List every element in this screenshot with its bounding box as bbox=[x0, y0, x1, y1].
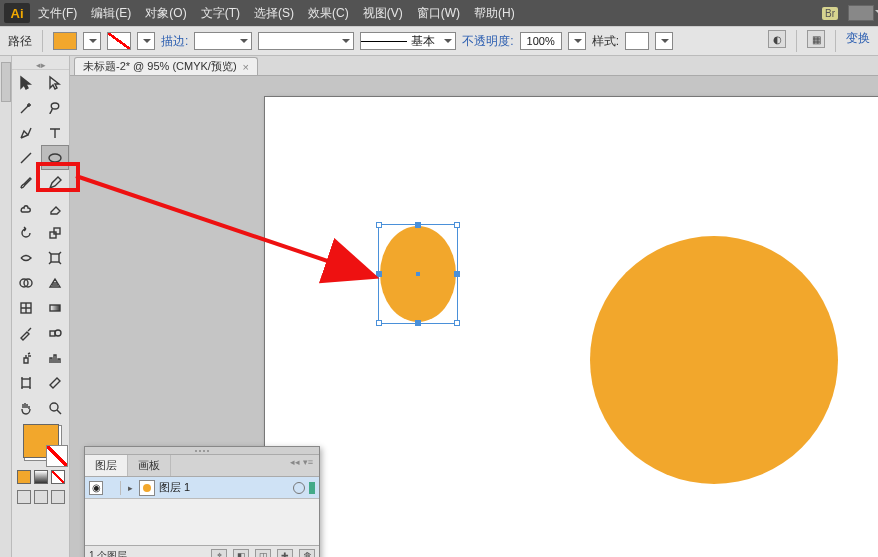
transform-link[interactable]: 变换 bbox=[846, 30, 870, 52]
new-sublayer-button[interactable]: ◫ bbox=[255, 549, 271, 558]
blob-brush-tool[interactable] bbox=[12, 195, 41, 220]
menu-type[interactable]: 文字(T) bbox=[201, 5, 240, 22]
graphic-style-dropdown[interactable] bbox=[655, 32, 673, 50]
menu-edit[interactable]: 编辑(E) bbox=[91, 5, 131, 22]
variable-width-profile-dropdown[interactable] bbox=[258, 32, 354, 50]
menu-effect[interactable]: 效果(C) bbox=[308, 5, 349, 22]
canvas-area[interactable]: 图层 画板 ◂◂ ▾≡ ◉ ▸ 图层 1 1 个图层 ⌖ bbox=[70, 76, 878, 557]
layers-panel[interactable]: 图层 画板 ◂◂ ▾≡ ◉ ▸ 图层 1 1 个图层 ⌖ bbox=[84, 446, 320, 557]
target-icon[interactable] bbox=[293, 482, 305, 494]
menu-file[interactable]: 文件(F) bbox=[38, 5, 77, 22]
eyedropper-tool[interactable] bbox=[12, 320, 41, 345]
ellipse-tool[interactable] bbox=[41, 145, 70, 170]
selection-tool[interactable] bbox=[12, 70, 41, 95]
graphic-style-swatch[interactable] bbox=[625, 32, 649, 50]
new-layer-button[interactable]: ✚ bbox=[277, 549, 293, 558]
stroke-color-dropdown[interactable] bbox=[137, 32, 155, 50]
center-point[interactable] bbox=[416, 272, 420, 276]
stroke-color-swatch[interactable] bbox=[107, 32, 131, 50]
lasso-icon bbox=[47, 100, 63, 116]
draw-behind-button[interactable] bbox=[34, 490, 48, 504]
delete-layer-button[interactable]: 🗑 bbox=[299, 549, 315, 558]
align-button[interactable]: ▦ bbox=[807, 30, 825, 48]
brush-definition-dropdown[interactable]: 基本 bbox=[360, 32, 456, 50]
menu-view[interactable]: 视图(V) bbox=[363, 5, 403, 22]
menu-object[interactable]: 对象(O) bbox=[145, 5, 186, 22]
stroke-label-link[interactable]: 描边: bbox=[161, 33, 188, 50]
draw-normal-button[interactable] bbox=[17, 490, 31, 504]
zoom-icon bbox=[47, 400, 63, 416]
anchor-bottom[interactable] bbox=[416, 320, 421, 325]
fill-color-dropdown[interactable] bbox=[83, 32, 101, 50]
perspective-grid-tool[interactable] bbox=[41, 270, 70, 295]
gradient-tool[interactable] bbox=[41, 295, 70, 320]
direct-selection-tool[interactable] bbox=[41, 70, 70, 95]
slice-tool[interactable] bbox=[41, 370, 70, 395]
pen-tool[interactable] bbox=[12, 120, 41, 145]
width-tool[interactable] bbox=[12, 245, 41, 270]
gradient-mode-button[interactable] bbox=[34, 470, 48, 484]
color-mode-button[interactable] bbox=[17, 470, 31, 484]
tools-collapse-toggle[interactable]: ◂▸ bbox=[12, 60, 69, 70]
stroke-swatch-large[interactable] bbox=[46, 445, 68, 467]
shape-builder-tool[interactable] bbox=[12, 270, 41, 295]
line-segment-tool[interactable] bbox=[12, 145, 41, 170]
fill-swatch-large[interactable] bbox=[23, 424, 59, 458]
selection-indicator[interactable] bbox=[309, 482, 315, 494]
hand-tool[interactable] bbox=[12, 395, 41, 420]
menu-help[interactable]: 帮助(H) bbox=[474, 5, 515, 22]
tab-artboards[interactable]: 画板 bbox=[128, 455, 171, 476]
none-mode-button[interactable] bbox=[51, 470, 65, 484]
layers-empty-area bbox=[85, 499, 319, 545]
visibility-toggle-icon[interactable]: ◉ bbox=[89, 481, 103, 495]
fill-color-swatch[interactable] bbox=[53, 32, 77, 50]
anchor-left[interactable] bbox=[377, 272, 382, 277]
rotate-tool[interactable] bbox=[12, 220, 41, 245]
panel-menu-button[interactable]: ◂◂ ▾≡ bbox=[284, 455, 319, 476]
lasso-tool[interactable] bbox=[41, 95, 70, 120]
large-circle-object[interactable] bbox=[590, 236, 838, 484]
free-transform-tool[interactable] bbox=[41, 245, 70, 270]
artboard-tool[interactable] bbox=[12, 370, 41, 395]
anchor-right[interactable] bbox=[454, 272, 459, 277]
resize-handle-bottom-left[interactable] bbox=[376, 320, 382, 326]
collapsed-panel-tab[interactable] bbox=[1, 62, 11, 102]
paintbrush-tool[interactable] bbox=[12, 170, 41, 195]
layer-name[interactable]: 图层 1 bbox=[159, 480, 289, 495]
mesh-tool[interactable] bbox=[12, 295, 41, 320]
bridge-button[interactable]: Br bbox=[822, 7, 838, 20]
symbol-sprayer-tool[interactable] bbox=[12, 345, 41, 370]
make-clipping-mask-button[interactable]: ◧ bbox=[233, 549, 249, 558]
blend-tool[interactable] bbox=[41, 320, 70, 345]
menu-select[interactable]: 选择(S) bbox=[254, 5, 294, 22]
recolor-artwork-button[interactable]: ◐ bbox=[768, 30, 786, 48]
lock-toggle[interactable] bbox=[107, 481, 121, 495]
resize-handle-bottom-right[interactable] bbox=[454, 320, 460, 326]
opacity-dropdown[interactable] bbox=[568, 32, 586, 50]
arrange-documents-button[interactable] bbox=[848, 5, 874, 21]
document-tab[interactable]: 未标题-2* @ 95% (CMYK/预览) × bbox=[74, 57, 258, 75]
draw-inside-button[interactable] bbox=[51, 490, 65, 504]
stroke-weight-input[interactable] bbox=[194, 32, 252, 50]
menu-window[interactable]: 窗口(W) bbox=[417, 5, 460, 22]
resize-handle-top-right[interactable] bbox=[454, 222, 460, 228]
eraser-tool[interactable] bbox=[41, 195, 70, 220]
panel-drag-grip[interactable] bbox=[85, 447, 319, 455]
opacity-input[interactable]: 100% bbox=[520, 32, 562, 50]
column-graph-tool[interactable] bbox=[41, 345, 70, 370]
disclosure-triangle-icon[interactable]: ▸ bbox=[125, 483, 135, 493]
scale-tool[interactable] bbox=[41, 220, 70, 245]
magic-wand-tool[interactable] bbox=[12, 95, 41, 120]
opacity-label-link[interactable]: 不透明度: bbox=[462, 33, 513, 50]
tab-layers[interactable]: 图层 bbox=[85, 455, 128, 476]
selected-ellipse-object[interactable] bbox=[380, 226, 456, 322]
locate-object-button[interactable]: ⌖ bbox=[211, 549, 227, 558]
anchor-top[interactable] bbox=[416, 223, 421, 228]
zoom-tool[interactable] bbox=[41, 395, 70, 420]
type-tool[interactable] bbox=[41, 120, 70, 145]
close-tab-icon[interactable]: × bbox=[243, 61, 249, 73]
resize-handle-top-left[interactable] bbox=[376, 222, 382, 228]
layer-row[interactable]: ◉ ▸ 图层 1 bbox=[85, 477, 319, 499]
type-icon bbox=[47, 125, 63, 141]
pencil-tool[interactable] bbox=[41, 170, 70, 195]
